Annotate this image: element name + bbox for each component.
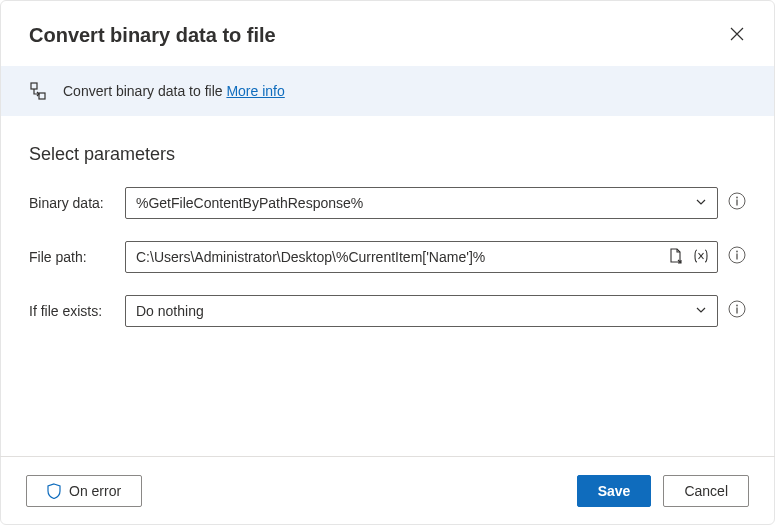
svg-rect-7 xyxy=(736,254,737,260)
svg-rect-4 xyxy=(736,200,737,206)
chevron-down-icon xyxy=(691,303,711,319)
info-icon[interactable] xyxy=(728,300,746,322)
dialog-title: Convert binary data to file xyxy=(29,24,276,47)
svg-rect-10 xyxy=(736,308,737,314)
svg-point-3 xyxy=(736,197,738,199)
info-icon[interactable] xyxy=(728,192,746,214)
svg-rect-0 xyxy=(31,83,37,89)
shield-icon xyxy=(47,483,61,499)
label-file-path: File path: xyxy=(29,249,125,265)
info-bar-text: Convert binary data to file More info xyxy=(63,83,285,99)
svg-point-9 xyxy=(736,305,738,307)
content-area: Select parameters Binary data: %GetFileC… xyxy=(1,116,774,327)
file-icon xyxy=(667,247,685,265)
variable-picker-button[interactable] xyxy=(691,247,711,268)
file-path-input[interactable]: C:\Users\Administrator\Desktop\%CurrentI… xyxy=(125,241,718,273)
info-icon[interactable] xyxy=(728,246,746,268)
if-file-exists-value: Do nothing xyxy=(136,303,691,319)
save-button[interactable]: Save xyxy=(577,475,652,507)
cancel-label: Cancel xyxy=(684,483,728,499)
close-button[interactable] xyxy=(724,21,750,50)
if-file-exists-dropdown[interactable]: Do nothing xyxy=(125,295,718,327)
label-binary-data: Binary data: xyxy=(29,195,125,211)
binary-data-value: %GetFileContentByPathResponse% xyxy=(136,195,691,211)
info-bar: Convert binary data to file More info xyxy=(1,66,774,116)
svg-point-6 xyxy=(736,251,738,253)
convert-file-icon xyxy=(29,82,47,100)
dialog-footer: On error Save Cancel xyxy=(0,456,775,525)
info-bar-label: Convert binary data to file xyxy=(63,83,223,99)
row-binary-data: Binary data: %GetFileContentByPathRespon… xyxy=(29,187,746,219)
cancel-button[interactable]: Cancel xyxy=(663,475,749,507)
label-if-file-exists: If file exists: xyxy=(29,303,125,319)
save-label: Save xyxy=(598,483,631,499)
close-icon xyxy=(730,27,744,41)
on-error-label: On error xyxy=(69,483,121,499)
browse-file-button[interactable] xyxy=(667,247,685,268)
variable-icon xyxy=(691,247,711,265)
binary-data-dropdown[interactable]: %GetFileContentByPathResponse% xyxy=(125,187,718,219)
svg-rect-1 xyxy=(39,93,45,99)
chevron-down-icon xyxy=(691,195,711,211)
section-title: Select parameters xyxy=(29,144,746,165)
more-info-link[interactable]: More info xyxy=(226,83,284,99)
row-file-path: File path: C:\Users\Administrator\Deskto… xyxy=(29,241,746,273)
on-error-button[interactable]: On error xyxy=(26,475,142,507)
file-path-value: C:\Users\Administrator\Desktop\%CurrentI… xyxy=(136,249,667,265)
dialog-header: Convert binary data to file xyxy=(1,1,774,66)
row-if-file-exists: If file exists: Do nothing xyxy=(29,295,746,327)
